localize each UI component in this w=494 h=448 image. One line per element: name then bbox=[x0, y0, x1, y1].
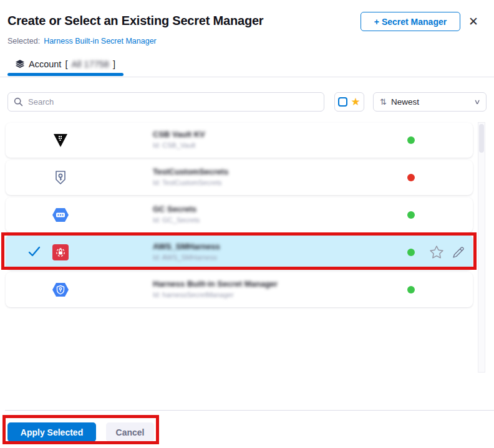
status-dot-failed bbox=[407, 174, 415, 181]
list-item-custom-secrets[interactable]: TestCustomSecrets Id: TestCustomSecrets bbox=[6, 160, 473, 195]
favorite-star-icon: ★ bbox=[351, 97, 360, 107]
list-item-aws-secrets-selected[interactable]: AWS_SMHarness Id: AWS_SMHarness bbox=[6, 235, 473, 270]
secret-manager-id: Id: harnessSecretManager bbox=[153, 291, 278, 298]
gcp-secret-manager-icon bbox=[52, 206, 69, 224]
tab-account[interactable]: Account [ All 17758 ] bbox=[15, 59, 115, 69]
search-input[interactable] bbox=[7, 92, 324, 112]
tab-scope-open: [ bbox=[65, 59, 67, 69]
secret-manager-name: TestCustomSecrets bbox=[153, 167, 228, 176]
favorites-checkbox[interactable] bbox=[338, 97, 347, 107]
secret-manager-id: Id: AWS_SMHarness bbox=[153, 254, 220, 261]
favorites-filter-button[interactable]: ★ bbox=[334, 92, 364, 112]
tab-scope-count-redacted: All 17758 bbox=[71, 59, 109, 69]
list-item-harness-builtin[interactable]: Harness Built-in Secret Manager Id: harn… bbox=[6, 272, 473, 307]
active-tab-indicator bbox=[7, 73, 124, 76]
harness-secret-manager-icon bbox=[52, 281, 69, 298]
status-dot-connected bbox=[407, 211, 415, 219]
apply-selected-button[interactable]: Apply Selected bbox=[7, 422, 96, 442]
sort-dropdown[interactable]: ⇅ Newest ∨ bbox=[373, 92, 487, 112]
footer-divider bbox=[5, 410, 494, 411]
layers-icon bbox=[15, 59, 25, 69]
scrollbar-thumb[interactable] bbox=[479, 124, 484, 153]
cancel-button[interactable]: Cancel bbox=[106, 422, 154, 442]
secret-manager-name: AWS_SMHarness bbox=[153, 242, 220, 251]
search-container bbox=[7, 92, 324, 112]
search-icon bbox=[14, 97, 23, 109]
secret-manager-id: Id: CSB_Vault bbox=[153, 141, 205, 149]
status-dot-connected bbox=[407, 249, 415, 256]
secret-manager-name: GC Secrets bbox=[153, 204, 200, 214]
tab-scope-close: ] bbox=[113, 59, 115, 69]
list-item-vault[interactable]: CSB Vault KV Id: CSB_Vault bbox=[6, 123, 473, 158]
list-scrollbar[interactable] bbox=[478, 122, 485, 373]
chevron-down-icon: ∨ bbox=[473, 98, 480, 106]
tab-account-label: Account bbox=[29, 59, 61, 69]
page-title: Create or Select an Existing Secret Mana… bbox=[7, 14, 263, 28]
new-secret-manager-button[interactable]: + Secret Manager bbox=[361, 12, 460, 31]
favorite-star-outline-icon[interactable] bbox=[429, 244, 445, 263]
status-dot-connected bbox=[407, 286, 415, 293]
secret-manager-id: Id: GC_Secrets bbox=[153, 216, 200, 224]
selected-summary: Selected:Harness Built-in Secret Manager bbox=[7, 37, 157, 45]
selected-label: Selected: bbox=[7, 37, 40, 45]
close-icon[interactable]: ✕ bbox=[468, 14, 478, 29]
sort-arrows-icon: ⇅ bbox=[380, 97, 387, 107]
selected-secret-manager-link[interactable]: Harness Built-in Secret Manager bbox=[44, 37, 157, 45]
status-dot-connected bbox=[407, 136, 415, 144]
list-item-gcp-secrets[interactable]: GC Secrets Id: GC_Secrets bbox=[6, 198, 473, 232]
tab-divider bbox=[0, 77, 494, 77]
secret-manager-name: CSB Vault KV bbox=[153, 130, 205, 139]
secret-manager-name: Harness Built-in Secret Manager bbox=[153, 279, 278, 288]
secret-manager-list: CSB Vault KV Id: CSB_Vault TestCustomSec… bbox=[6, 123, 473, 310]
selected-check-icon bbox=[28, 246, 41, 260]
custom-secrets-icon bbox=[52, 169, 69, 186]
aws-secrets-manager-icon bbox=[52, 244, 69, 261]
edit-pencil-icon[interactable] bbox=[451, 245, 466, 262]
hashicorp-vault-icon bbox=[52, 131, 69, 149]
sort-selected-value: Newest bbox=[391, 97, 419, 107]
secret-manager-id: Id: TestCustomSecrets bbox=[153, 179, 228, 186]
